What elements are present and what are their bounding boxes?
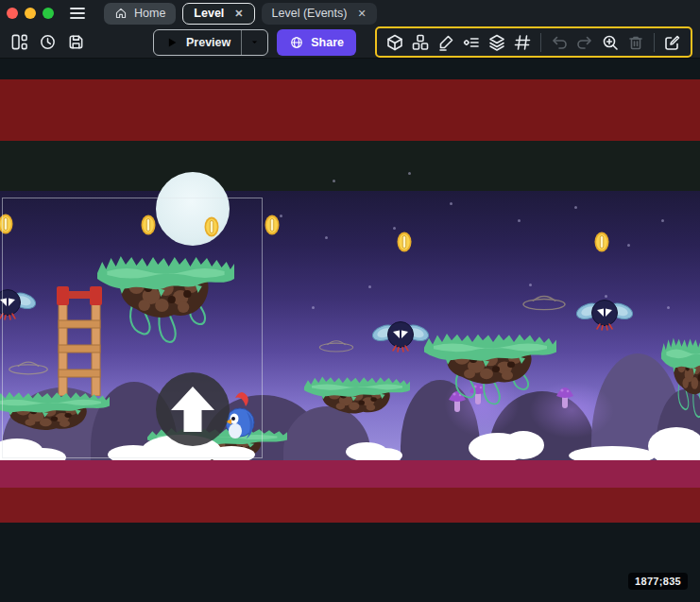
highlighted-tool-strip: [375, 26, 692, 58]
play-icon: [164, 35, 179, 50]
star: [661, 219, 664, 222]
tab-level-events[interactable]: Level (Events) ✕: [262, 3, 377, 25]
game-editor-window: Home Level ✕ Level (Events) ✕: [0, 0, 700, 602]
maximize-window-button[interactable]: [43, 8, 54, 19]
band-upper-dark: [0, 141, 700, 191]
objects-panel-icon[interactable]: [384, 31, 406, 54]
ufo-outline-instance[interactable]: [521, 293, 568, 311]
star: [529, 284, 532, 286]
preview-main[interactable]: Preview: [154, 35, 241, 50]
layers-icon[interactable]: [486, 31, 508, 54]
hamburger-menu-icon[interactable]: [68, 5, 87, 22]
close-tab-icon[interactable]: ✕: [357, 8, 366, 20]
coin-instance[interactable]: [594, 232, 609, 252]
history-icon[interactable]: [36, 31, 59, 54]
star: [325, 236, 328, 239]
star: [450, 202, 452, 205]
tab-level[interactable]: Level ✕: [182, 3, 254, 25]
redo-icon[interactable]: [573, 31, 596, 54]
object-groups-icon[interactable]: [409, 31, 432, 54]
star: [333, 180, 335, 182]
cursor-coordinates: 1877;835: [628, 573, 688, 590]
chevron-down-icon: [248, 35, 262, 49]
ufo-outline-instance[interactable]: [317, 338, 355, 353]
properties-icon[interactable]: [435, 31, 457, 54]
grid-icon[interactable]: [511, 31, 534, 54]
tab-label: Home: [134, 7, 165, 20]
scene-canvas[interactable]: 1877;835: [0, 59, 700, 602]
platform-instance[interactable]: [424, 329, 556, 406]
undo-icon[interactable]: [548, 31, 571, 54]
save-icon[interactable]: [64, 31, 87, 54]
toolbar-left-group: [8, 31, 87, 54]
star: [574, 206, 577, 209]
share-button[interactable]: Share: [277, 29, 356, 56]
preview-dropdown[interactable]: [242, 35, 267, 49]
star: [312, 306, 315, 309]
toolbar: Preview Share: [0, 26, 700, 59]
coin-instance[interactable]: [397, 232, 412, 252]
platform-instance[interactable]: [661, 333, 700, 420]
home-icon: [114, 7, 128, 20]
star: [518, 219, 521, 222]
share-label: Share: [311, 36, 344, 49]
platform-instance[interactable]: [304, 373, 410, 430]
close-window-button[interactable]: [7, 8, 18, 19]
tab-bar: Home Level ✕ Level (Events) ✕: [104, 0, 377, 26]
fly-enemy-instance[interactable]: [372, 314, 429, 359]
cloud-instance[interactable]: [503, 431, 544, 459]
minimize-window-button[interactable]: [25, 8, 36, 19]
trash-icon[interactable]: [624, 31, 647, 54]
band-top-red: [0, 79, 700, 141]
star: [280, 215, 282, 217]
tab-home[interactable]: Home: [104, 3, 176, 25]
preview-divider: [241, 29, 242, 55]
star: [667, 306, 670, 309]
strip-separator: [654, 33, 655, 52]
zoom-in-icon[interactable]: [599, 31, 622, 54]
band-bottom-red: [0, 488, 700, 523]
star: [393, 227, 396, 230]
instances-list-icon[interactable]: [460, 31, 483, 54]
star: [408, 172, 411, 175]
tab-label: Level (Events): [272, 7, 348, 20]
camera-frame: [2, 198, 263, 458]
star: [368, 285, 371, 288]
mushroom-instance[interactable]: [555, 382, 574, 410]
preview-label: Preview: [186, 36, 230, 49]
project-manager-icon[interactable]: [8, 31, 30, 54]
preview-button[interactable]: Preview: [153, 29, 268, 56]
edit-scene-icon[interactable]: [661, 31, 684, 54]
band-maroon: [0, 460, 700, 488]
tab-label: Level: [194, 7, 224, 20]
close-tab-icon[interactable]: ✕: [234, 8, 243, 20]
coin-instance[interactable]: [265, 215, 280, 235]
fly-enemy-instance[interactable]: [576, 292, 633, 337]
titlebar: Home Level ✕ Level (Events) ✕: [0, 0, 700, 26]
globe-icon: [289, 35, 304, 50]
strip-separator: [540, 33, 541, 52]
star: [627, 244, 630, 247]
